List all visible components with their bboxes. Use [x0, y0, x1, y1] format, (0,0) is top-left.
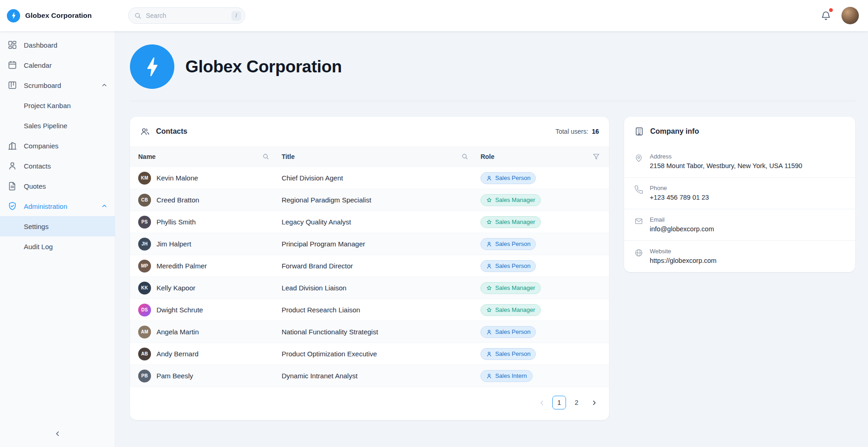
sidebar-item-scrumboard[interactable]: Scrumboard: [0, 75, 115, 95]
table-row[interactable]: AMAngela MartinNational Functionality St…: [130, 321, 609, 343]
table-row[interactable]: ABAndy BernardProduct Optimization Execu…: [130, 343, 609, 365]
sidebar-item-administration[interactable]: Administration: [0, 196, 115, 216]
role-badge-label: Sales Person: [495, 328, 530, 335]
role-badge: Sales Intern: [480, 370, 532, 382]
role-badge: Sales Manager: [480, 282, 540, 294]
brand[interactable]: Globex Corporation: [0, 9, 115, 22]
contact-name: Jim Halpert: [156, 240, 191, 248]
title-column-search-icon[interactable]: [461, 153, 469, 160]
role-badge: Sales Manager: [480, 304, 540, 316]
info-label: Website: [650, 248, 717, 255]
table-row[interactable]: PBPam BeeslyDynamic Intranet AnalystSale…: [130, 365, 609, 387]
contact-title: Legacy Quality Analyst: [281, 218, 480, 226]
user-avatar[interactable]: [841, 7, 859, 24]
contact-role-cell: Sales Person: [480, 260, 601, 272]
total-users: Total users: 16: [555, 128, 599, 135]
info-text: Emailinfo@globexcorp.com: [650, 216, 714, 233]
sidebar-item-quotes[interactable]: Quotes: [0, 176, 115, 196]
search-input[interactable]: [146, 12, 227, 19]
table-row[interactable]: KMKevin MaloneChief Division AgentSales …: [130, 167, 609, 189]
role-badge-label: Sales Manager: [495, 284, 535, 291]
contact-name-cell: CBCreed Bratton: [138, 194, 281, 207]
pagination: 12: [130, 387, 609, 420]
role-badge-label: Sales Manager: [495, 196, 535, 203]
sidebar-item-label: Settings: [24, 223, 49, 230]
sidebar-item-label: Sales Pipeline: [24, 122, 67, 130]
contact-role-cell: Sales Person: [480, 326, 601, 338]
role-badge: Sales Person: [480, 238, 536, 250]
contacts-card-title: Contacts: [156, 127, 187, 136]
contact-name: Kevin Malone: [156, 174, 198, 182]
notifications-button[interactable]: [817, 7, 835, 24]
role-badge-label: Sales Intern: [495, 372, 527, 379]
role-badge: Sales Manager: [480, 216, 540, 228]
contact-title: Dynamic Intranet Analyst: [281, 372, 480, 380]
table-row[interactable]: MPMeredith PalmerForward Brand DirectorS…: [130, 255, 609, 277]
role-badge: Sales Manager: [480, 194, 540, 206]
star-icon: [486, 307, 492, 313]
contact-name-cell: DSDwight Schrute: [138, 304, 281, 316]
sidebar-item-settings[interactable]: Settings: [0, 216, 115, 236]
contact-name-cell: ABAndy Bernard: [138, 348, 281, 360]
table-row[interactable]: CBCreed BrattonRegional Paradigm Special…: [130, 189, 609, 211]
info-value: https://globexcorp.com: [650, 257, 717, 264]
role-filter-icon[interactable]: [593, 153, 600, 160]
contact-name-cell: AMAngela Martin: [138, 326, 281, 338]
phone-icon: [634, 185, 643, 194]
notification-dot: [829, 8, 833, 12]
quotes-icon: [7, 181, 17, 191]
name-column-search-icon[interactable]: [262, 153, 270, 160]
person-icon: [486, 175, 492, 181]
contact-name-cell: KMKevin Malone: [138, 172, 281, 185]
page-button-2[interactable]: 2: [570, 396, 583, 409]
sidebar-item-contacts[interactable]: Contacts: [0, 156, 115, 176]
contact-name: Pam Beesly: [156, 372, 193, 380]
previous-page-button[interactable]: [535, 396, 549, 409]
table-row[interactable]: DSDwight SchruteProduct Research Liaison…: [130, 299, 609, 321]
search-icon: [134, 12, 142, 20]
sidebar-item-calendar[interactable]: Calendar: [0, 55, 115, 75]
chevron-up-icon: [100, 202, 108, 210]
company-header: Globex Corporation: [130, 44, 855, 89]
column-label-role: Role: [480, 153, 494, 160]
sidebar-item-companies[interactable]: Companies: [0, 136, 115, 156]
contact-role-cell: Sales Intern: [480, 370, 601, 382]
column-header-role: Role: [480, 153, 601, 160]
contact-role-cell: Sales Person: [480, 172, 601, 184]
contact-name-cell: MPMeredith Palmer: [138, 260, 281, 273]
contact-name-cell: KKKelly Kapoor: [138, 282, 281, 294]
column-header-title: Title: [281, 153, 480, 160]
sidebar-item-project-kanban[interactable]: Project Kanban: [0, 95, 115, 115]
sidebar-item-audit-log[interactable]: Audit Log: [0, 236, 115, 256]
role-badge-label: Sales Person: [495, 240, 530, 247]
info-value: +123 456 789 01 23: [650, 194, 709, 201]
contact-name-cell: JHJim Halpert: [138, 238, 281, 251]
brand-logo: [7, 9, 20, 22]
sidebar-item-label: Project Kanban: [24, 102, 71, 109]
person-icon: [486, 351, 492, 357]
total-users-value: 16: [592, 128, 599, 135]
sidebar-item-dashboard[interactable]: Dashboard: [0, 35, 115, 55]
page-button-1[interactable]: 1: [552, 396, 566, 409]
contact-avatar: CB: [138, 194, 151, 207]
company-info-row-email: Emailinfo@globexcorp.com: [624, 209, 855, 241]
header-divider: [130, 101, 855, 101]
info-label: Email: [650, 216, 714, 223]
sidebar-collapse-button[interactable]: [0, 420, 115, 447]
role-badge: Sales Person: [480, 172, 536, 184]
table-row[interactable]: JHJim HalpertPrincipal Program ManagerSa…: [130, 233, 609, 255]
contact-name-cell: PBPam Beesly: [138, 370, 281, 382]
company-info-row-phone: Phone+123 456 789 01 23: [624, 178, 855, 209]
search-bar[interactable]: /: [128, 7, 245, 24]
sidebar-item-sales-pipeline[interactable]: Sales Pipeline: [0, 115, 115, 136]
contacts-icon: [7, 161, 17, 171]
chevron-left-icon: [53, 429, 62, 438]
mail-icon: [634, 217, 643, 226]
info-value: 2158 Mount Tabor, Westbury, New York, US…: [650, 162, 802, 169]
sidebar-item-label: Dashboard: [24, 41, 57, 49]
next-page-button[interactable]: [587, 396, 601, 409]
topbar: Globex Corporation /: [0, 0, 868, 31]
table-row[interactable]: KKKelly KapoorLead Division LiaisonSales…: [130, 277, 609, 299]
users-icon: [140, 126, 150, 136]
table-row[interactable]: PSPhyllis SmithLegacy Quality AnalystSal…: [130, 211, 609, 233]
